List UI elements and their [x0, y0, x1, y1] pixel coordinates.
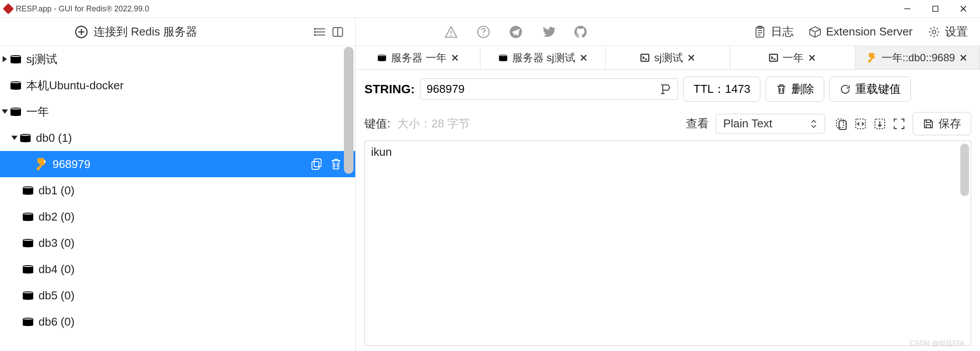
db-node-db0[interactable]: db0 (1) — [0, 125, 355, 151]
value-scrollbar[interactable] — [960, 144, 969, 196]
db-label: db0 (1) — [36, 131, 72, 145]
tab-server-year[interactable]: 服务器 一年 — [356, 46, 480, 69]
reload-label: 重载键值 — [855, 81, 901, 97]
db-node-db2[interactable]: db2 (0) — [0, 204, 355, 230]
format-select[interactable]: Plain Text — [716, 114, 825, 133]
trash-icon — [776, 84, 787, 95]
twitter-icon[interactable] — [541, 25, 555, 39]
key-icon — [868, 53, 877, 63]
tab-label: sj测试 — [654, 51, 682, 65]
connection-ubuntu[interactable]: 本机Ubuntu-docker — [0, 72, 355, 98]
value-content: ikun — [371, 145, 392, 158]
help-icon[interactable] — [476, 25, 490, 39]
db-icon — [22, 317, 34, 326]
save-label: 保存 — [938, 116, 961, 131]
panel-toggle-button[interactable] — [329, 23, 346, 41]
redis-icon — [10, 81, 22, 90]
trash-icon[interactable] — [329, 157, 343, 171]
github-icon[interactable] — [574, 25, 588, 39]
svg-rect-36 — [770, 54, 777, 61]
title-bar: RESP.app - GUI for Redis® 2022.99.0 — [0, 0, 980, 18]
db-node-db3[interactable]: db3 (0) — [0, 230, 355, 256]
extension-server-button[interactable]: Extension Server — [808, 25, 913, 39]
redis-icon — [10, 107, 22, 116]
maximize-button[interactable] — [921, 0, 949, 18]
connection-sj[interactable]: sj测试 — [0, 46, 355, 72]
reload-icon — [840, 84, 851, 95]
reload-button[interactable]: 重载键值 — [830, 77, 911, 102]
view-as-label: 查看 — [686, 116, 709, 131]
right-toolbar: 日志 Extension Server 设置 — [356, 18, 980, 46]
close-icon[interactable] — [451, 54, 459, 62]
close-button[interactable] — [949, 0, 977, 18]
tree-scrollbar[interactable] — [344, 47, 354, 351]
key-name-value: 968979 — [427, 82, 659, 96]
db-node-db1[interactable]: db1 (0) — [0, 177, 355, 204]
svg-point-28 — [932, 30, 936, 34]
db-node-db4[interactable]: db4 (0) — [0, 256, 355, 282]
close-icon[interactable] — [580, 54, 588, 62]
connect-redis-button[interactable]: 连接到 Redis 服务器 — [74, 24, 197, 39]
connection-label: sj测试 — [26, 52, 57, 67]
svg-rect-2 — [933, 6, 938, 11]
copy-icon[interactable] — [310, 157, 324, 171]
svg-point-21 — [483, 34, 484, 35]
tab-console-year[interactable]: 一年 — [730, 46, 855, 69]
close-icon[interactable] — [687, 54, 695, 62]
delete-button[interactable]: 删除 — [766, 77, 824, 102]
terminal-icon — [640, 53, 650, 63]
svg-point-11 — [315, 28, 316, 29]
export-code-icon[interactable] — [854, 117, 867, 130]
tab-bar: 服务器 一年 服务器 sj测试 sj测试 一年 一年::db0::9689 — [356, 46, 980, 70]
db-icon — [19, 133, 32, 142]
tab-server-sj[interactable]: 服务器 sj测试 — [480, 46, 605, 69]
collapse-icon — [2, 109, 8, 114]
db-label: db6 (0) — [38, 315, 74, 329]
format-value: Plain Text — [723, 117, 772, 130]
watermark: CSDN @仰晨556 — [910, 339, 964, 348]
svg-rect-16 — [314, 159, 321, 167]
expand-icon — [3, 56, 7, 62]
db-node-db6[interactable]: db6 (0) — [0, 309, 355, 335]
close-icon[interactable] — [808, 54, 816, 62]
logs-button[interactable]: 日志 — [753, 24, 794, 39]
tab-console-sj[interactable]: sj测试 — [606, 46, 730, 69]
connection-label: 本机Ubuntu-docker — [26, 78, 124, 93]
telegram-icon[interactable] — [509, 25, 523, 39]
rename-icon[interactable] — [659, 83, 672, 95]
value-size-hint: 大小：28 字节 — [397, 116, 470, 131]
connection-tree: sj测试 本机Ubuntu-docker 一年 db0 (1) 968979 — [0, 46, 355, 351]
close-icon[interactable] — [959, 54, 967, 62]
import-code-icon[interactable] — [873, 117, 886, 130]
app-icon — [3, 3, 14, 14]
gear-icon — [928, 25, 941, 39]
logs-label: 日志 — [771, 24, 794, 39]
plus-circle-icon — [74, 25, 88, 39]
key-name-field[interactable]: 968979 — [420, 78, 678, 100]
minimize-button[interactable] — [893, 0, 921, 18]
db-icon — [22, 186, 34, 195]
list-view-button[interactable] — [312, 23, 329, 41]
chevron-updown-icon — [810, 119, 818, 129]
save-button[interactable]: 保存 — [913, 112, 971, 135]
value-textarea[interactable]: ikun — [364, 140, 971, 346]
warning-icon[interactable] — [444, 25, 458, 39]
db-node-db5[interactable]: db5 (0) — [0, 282, 355, 309]
db-icon — [22, 239, 34, 247]
ttl-button[interactable]: TTL：1473 — [683, 77, 760, 102]
copy-icon[interactable] — [835, 117, 848, 130]
delete-label: 删除 — [791, 81, 814, 97]
tab-key-968979[interactable]: 一年::db0::9689 — [855, 46, 980, 69]
svg-rect-33 — [641, 54, 649, 61]
settings-label: 设置 — [945, 24, 968, 39]
connection-year[interactable]: 一年 — [0, 98, 355, 125]
fullscreen-icon[interactable] — [892, 117, 906, 130]
key-type-label: STRING: — [364, 82, 415, 96]
redis-icon — [377, 53, 387, 63]
settings-button[interactable]: 设置 — [928, 24, 968, 39]
db-icon — [22, 291, 34, 300]
db-label: db3 (0) — [38, 236, 74, 250]
svg-point-12 — [315, 31, 316, 32]
value-label: 键值: — [364, 116, 390, 131]
key-node-968979[interactable]: 968979 — [0, 151, 355, 177]
